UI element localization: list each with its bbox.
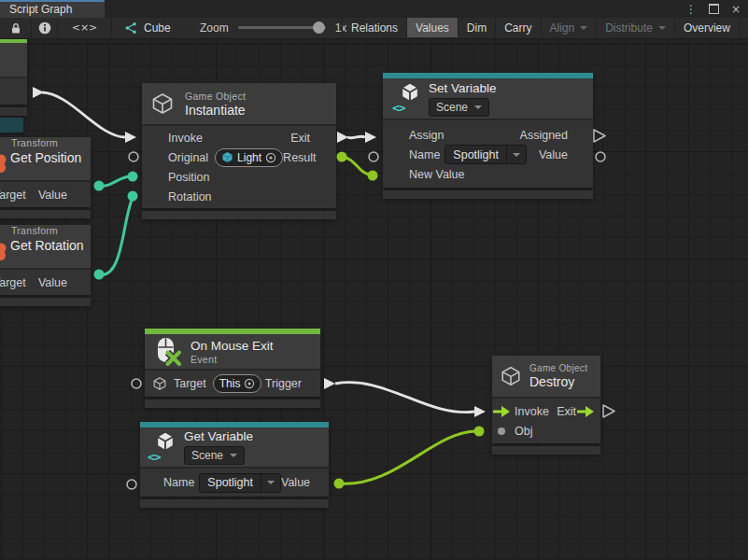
object-picker-icon[interactable] <box>244 378 255 389</box>
mouse-exit-icon <box>154 337 182 367</box>
tab-title: Script Graph <box>9 3 72 16</box>
graph-branch-icon <box>124 21 137 35</box>
target-port-label: Target <box>0 276 26 289</box>
variable-scope-dropdown[interactable]: Scene <box>429 98 489 117</box>
node-set-variable[interactable]: <> Set Variable Scene Assign Assigned <box>383 73 593 199</box>
script-graph-window: Script Graph ⋮ × <box>0 0 748 560</box>
code-icon: <×> <box>72 21 98 34</box>
node-title: Get Rotation <box>10 238 91 253</box>
node-get-rotation[interactable]: Transform Get Rotation Target Value <box>0 217 91 306</box>
lock-button[interactable] <box>0 18 32 37</box>
node-footer <box>0 107 27 116</box>
node-title: Get Variable <box>184 429 253 443</box>
chevron-down-icon <box>580 26 587 30</box>
toolbar-left-group: <×> <box>0 18 112 37</box>
carry-button[interactable]: Carry <box>496 18 541 37</box>
zoom-control: Zoom 1x <box>200 18 346 37</box>
name-port-label: Name <box>163 476 194 489</box>
node-title: Destroy <box>529 374 587 389</box>
value-port-label: Value <box>539 148 568 161</box>
value-port-label: Value <box>38 276 67 289</box>
gameobject-cube-icon <box>500 365 522 387</box>
tab-script-graph[interactable]: Script Graph <box>0 0 105 18</box>
node-footer <box>0 298 91 306</box>
node-title: Instantiate <box>185 103 246 118</box>
rotation-port-label: Rotation <box>168 190 212 203</box>
graph-canvas[interactable] <box>0 39 748 560</box>
graph-toolbar: <×> Cube Zoom 1x Relations Values Dim Ca… <box>0 18 748 39</box>
exit-port-label: Exit <box>290 132 310 145</box>
values-button[interactable]: Values <box>407 18 459 37</box>
object-picker-icon[interactable] <box>265 152 276 163</box>
titlebar: Script Graph ⋮ × <box>0 0 748 18</box>
close-icon[interactable]: × <box>731 3 741 16</box>
node-instantiate[interactable]: Game Object Instantiate Invoke Exit Orig… <box>142 83 336 219</box>
offscreen-event-node[interactable]: r <box>0 39 27 116</box>
zoom-slider-handle[interactable] <box>313 21 325 34</box>
unity-variable-icon: <> <box>148 431 176 464</box>
value-port-label: Value <box>38 189 67 202</box>
node-footer <box>383 190 593 199</box>
zoom-slider[interactable] <box>238 26 326 29</box>
dim-button[interactable]: Dim <box>459 18 496 37</box>
window-controls: ⋮ × <box>685 0 741 18</box>
transform-icon <box>0 250 6 260</box>
info-button[interactable] <box>32 18 58 37</box>
position-port-label: Position <box>168 171 209 184</box>
gameobject-cube-icon <box>150 91 175 116</box>
toolbar-buttons: Relations Values Dim Carry Align Distrib… <box>342 18 748 37</box>
node-title: On Mouse Exit <box>191 339 274 353</box>
zoom-label: Zoom <box>200 21 229 35</box>
node-category: Transform <box>11 137 91 148</box>
distribute-button[interactable]: Distribute <box>597 18 675 37</box>
target-port-label: Target <box>0 189 26 202</box>
node-subtitle: Event <box>191 354 274 365</box>
gameobject-cube-icon <box>152 376 167 391</box>
overview-button[interactable]: Overview <box>675 18 740 37</box>
node-on-mouse-exit[interactable]: On Mouse Exit Event Target This <box>145 329 320 408</box>
target-object-field[interactable]: This <box>213 374 262 393</box>
relations-button[interactable]: Relations <box>343 18 407 37</box>
new-value-port-label: New Value <box>409 168 465 181</box>
trigger-port-label: Trigger <box>265 377 302 390</box>
object-field-light[interactable]: Light <box>215 148 283 167</box>
variable-name-dropdown[interactable]: Spotlight <box>199 473 281 493</box>
invoke-port-label: Invoke <box>515 405 549 418</box>
node-get-position[interactable]: Transform Get Position Target Value <box>0 130 91 218</box>
align-button[interactable]: Align <box>542 18 598 37</box>
graph-breadcrumb[interactable]: Cube <box>124 18 171 37</box>
code-view-button[interactable]: <×> <box>58 18 112 37</box>
node-destroy[interactable]: Game Object Destroy Invoke Exit Obj <box>492 356 600 455</box>
object-field-value: Light <box>237 151 261 164</box>
assign-port-label: Assign <box>409 129 445 142</box>
node-footer <box>142 211 336 219</box>
original-port-label: Original <box>168 151 208 164</box>
node-title: Set Variable <box>429 81 497 95</box>
name-port-label: Name <box>409 148 440 161</box>
node-get-variable[interactable]: <> Get Variable Scene Name Spotlight <box>140 422 329 508</box>
fullscreen-button[interactable]: Full Screen <box>740 18 748 37</box>
node-footer <box>145 399 320 408</box>
kebab-menu-icon[interactable]: ⋮ <box>685 3 697 16</box>
variable-name-dropdown[interactable]: Spotlight <box>445 145 527 164</box>
result-port-label: Result <box>283 151 316 164</box>
obj-port-label: Obj <box>515 425 532 438</box>
target-field-value: This <box>219 377 241 390</box>
graph-name: Cube <box>144 21 171 35</box>
info-icon <box>38 21 51 35</box>
variable-scope-dropdown[interactable]: Scene <box>184 446 245 465</box>
chevron-down-icon <box>267 481 275 484</box>
chevron-down-icon <box>513 153 520 157</box>
value-port-label: Value <box>281 476 310 489</box>
chevron-down-icon <box>230 454 237 457</box>
maximize-icon[interactable] <box>709 4 719 14</box>
invoke-port-label: Invoke <box>168 132 203 145</box>
node-category: Game Object <box>529 363 587 373</box>
lock-icon <box>9 21 22 35</box>
target-port-label: Target <box>174 377 206 390</box>
chevron-down-icon <box>474 105 482 109</box>
transform-icon <box>0 162 6 173</box>
node-footer <box>140 499 329 508</box>
node-category: Transform <box>11 225 91 236</box>
node-title: Get Position <box>10 150 91 165</box>
